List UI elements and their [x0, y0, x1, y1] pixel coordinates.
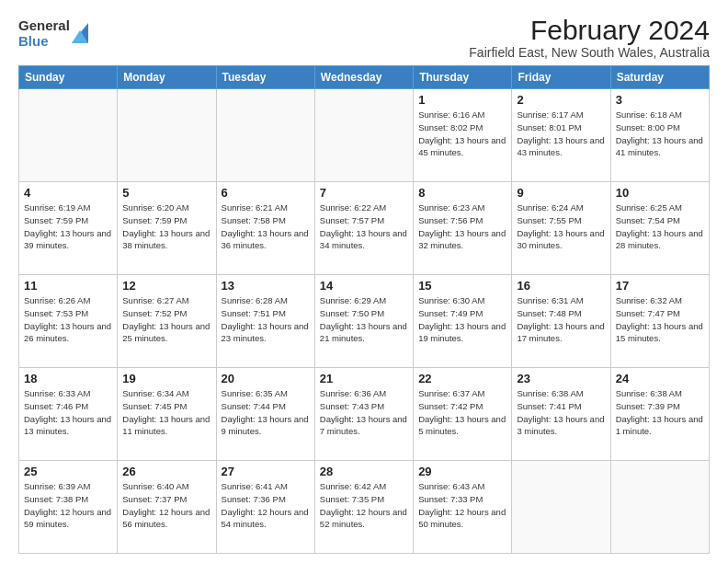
day-number: 26 — [122, 465, 210, 478]
table-row — [19, 89, 118, 182]
day-number: 13 — [222, 279, 310, 293]
calendar-week-row: 4Sunrise: 6:19 AM Sunset: 7:59 PM Daylig… — [19, 182, 710, 275]
table-row: 2Sunrise: 6:17 AM Sunset: 8:01 PM Daylig… — [512, 89, 610, 182]
table-row — [512, 461, 610, 554]
day-number: 2 — [517, 93, 605, 107]
day-info: Sunrise: 6:32 AM Sunset: 7:47 PM Dayligh… — [616, 294, 704, 345]
table-row — [610, 461, 709, 554]
table-row: 26Sunrise: 6:40 AM Sunset: 7:37 PM Dayli… — [118, 461, 216, 554]
day-number: 22 — [418, 372, 506, 385]
day-info: Sunrise: 6:21 AM Sunset: 7:58 PM Dayligh… — [222, 201, 310, 252]
header-saturday: Saturday — [610, 66, 709, 89]
day-number: 9 — [517, 186, 605, 200]
subtitle: Fairfield East, New South Wales, Austral… — [469, 45, 710, 60]
calendar-table: Sunday Monday Tuesday Wednesday Thursday… — [18, 65, 710, 554]
day-info: Sunrise: 6:33 AM Sunset: 7:46 PM Dayligh… — [24, 387, 112, 438]
day-info: Sunrise: 6:23 AM Sunset: 7:56 PM Dayligh… — [418, 201, 506, 252]
day-info: Sunrise: 6:27 AM Sunset: 7:52 PM Dayligh… — [122, 294, 210, 345]
day-number: 18 — [24, 372, 112, 385]
day-info: Sunrise: 6:43 AM Sunset: 7:33 PM Dayligh… — [418, 480, 506, 531]
day-info: Sunrise: 6:26 AM Sunset: 7:53 PM Dayligh… — [24, 294, 112, 345]
day-info: Sunrise: 6:31 AM Sunset: 7:48 PM Dayligh… — [517, 294, 605, 345]
day-info: Sunrise: 6:35 AM Sunset: 7:44 PM Dayligh… — [222, 387, 310, 438]
header-tuesday: Tuesday — [216, 66, 314, 89]
table-row — [314, 89, 413, 182]
day-info: Sunrise: 6:34 AM Sunset: 7:45 PM Dayligh… — [122, 387, 210, 438]
table-row: 5Sunrise: 6:20 AM Sunset: 7:59 PM Daylig… — [118, 182, 216, 275]
calendar-week-row: 11Sunrise: 6:26 AM Sunset: 7:53 PM Dayli… — [19, 275, 710, 368]
table-row: 17Sunrise: 6:32 AM Sunset: 7:47 PM Dayli… — [610, 275, 709, 368]
day-info: Sunrise: 6:30 AM Sunset: 7:49 PM Dayligh… — [418, 294, 506, 345]
table-row: 23Sunrise: 6:38 AM Sunset: 7:41 PM Dayli… — [512, 368, 610, 461]
day-number: 12 — [122, 279, 210, 293]
day-number: 1 — [418, 93, 506, 107]
day-number: 7 — [320, 186, 408, 200]
table-row: 7Sunrise: 6:22 AM Sunset: 7:57 PM Daylig… — [314, 182, 413, 275]
page: General Blue February 2024 Fairfield Eas… — [0, 0, 728, 563]
logo-general: General — [18, 18, 70, 34]
main-title: February 2024 — [469, 15, 710, 45]
day-number: 3 — [616, 93, 704, 107]
table-row: 12Sunrise: 6:27 AM Sunset: 7:52 PM Dayli… — [118, 275, 216, 368]
table-row: 25Sunrise: 6:39 AM Sunset: 7:38 PM Dayli… — [19, 461, 118, 554]
table-row — [216, 89, 314, 182]
table-row: 3Sunrise: 6:18 AM Sunset: 8:00 PM Daylig… — [610, 89, 709, 182]
header-monday: Monday — [118, 66, 216, 89]
table-row — [118, 89, 216, 182]
table-row: 19Sunrise: 6:34 AM Sunset: 7:45 PM Dayli… — [118, 368, 216, 461]
day-info: Sunrise: 6:41 AM Sunset: 7:36 PM Dayligh… — [222, 480, 310, 531]
day-number: 27 — [222, 465, 310, 478]
title-block: February 2024 Fairfield East, New South … — [469, 15, 710, 60]
table-row: 8Sunrise: 6:23 AM Sunset: 7:56 PM Daylig… — [414, 182, 512, 275]
table-row: 15Sunrise: 6:30 AM Sunset: 7:49 PM Dayli… — [414, 275, 512, 368]
day-number: 4 — [24, 186, 112, 200]
logo-text: General Blue — [18, 18, 70, 49]
table-row: 4Sunrise: 6:19 AM Sunset: 7:59 PM Daylig… — [19, 182, 118, 275]
table-row: 13Sunrise: 6:28 AM Sunset: 7:51 PM Dayli… — [216, 275, 314, 368]
table-row: 6Sunrise: 6:21 AM Sunset: 7:58 PM Daylig… — [216, 182, 314, 275]
day-number: 10 — [616, 186, 704, 200]
day-info: Sunrise: 6:42 AM Sunset: 7:35 PM Dayligh… — [320, 480, 408, 531]
day-number: 24 — [616, 372, 704, 385]
header-thursday: Thursday — [414, 66, 512, 89]
table-row: 28Sunrise: 6:42 AM Sunset: 7:35 PM Dayli… — [314, 461, 413, 554]
day-number: 17 — [616, 279, 704, 293]
table-row: 20Sunrise: 6:35 AM Sunset: 7:44 PM Dayli… — [216, 368, 314, 461]
day-number: 5 — [122, 186, 210, 200]
calendar-header-row: Sunday Monday Tuesday Wednesday Thursday… — [19, 66, 710, 89]
day-info: Sunrise: 6:37 AM Sunset: 7:42 PM Dayligh… — [418, 387, 506, 438]
table-row: 10Sunrise: 6:25 AM Sunset: 7:54 PM Dayli… — [610, 182, 709, 275]
day-number: 11 — [24, 279, 112, 293]
table-row: 27Sunrise: 6:41 AM Sunset: 7:36 PM Dayli… — [216, 461, 314, 554]
table-row: 1Sunrise: 6:16 AM Sunset: 8:02 PM Daylig… — [414, 89, 512, 182]
header: General Blue February 2024 Fairfield Eas… — [18, 15, 710, 60]
day-info: Sunrise: 6:39 AM Sunset: 7:38 PM Dayligh… — [24, 480, 112, 531]
day-info: Sunrise: 6:17 AM Sunset: 8:01 PM Dayligh… — [517, 109, 605, 159]
day-number: 19 — [122, 372, 210, 385]
day-number: 25 — [24, 465, 112, 478]
day-number: 6 — [222, 186, 310, 200]
day-info: Sunrise: 6:22 AM Sunset: 7:57 PM Dayligh… — [320, 201, 408, 252]
calendar-week-row: 18Sunrise: 6:33 AM Sunset: 7:46 PM Dayli… — [19, 368, 710, 461]
table-row: 14Sunrise: 6:29 AM Sunset: 7:50 PM Dayli… — [314, 275, 413, 368]
day-info: Sunrise: 6:25 AM Sunset: 7:54 PM Dayligh… — [616, 201, 704, 252]
day-number: 14 — [320, 279, 408, 293]
table-row: 16Sunrise: 6:31 AM Sunset: 7:48 PM Dayli… — [512, 275, 610, 368]
day-info: Sunrise: 6:20 AM Sunset: 7:59 PM Dayligh… — [122, 201, 210, 252]
day-info: Sunrise: 6:29 AM Sunset: 7:50 PM Dayligh… — [320, 294, 408, 345]
day-info: Sunrise: 6:24 AM Sunset: 7:55 PM Dayligh… — [517, 201, 605, 252]
table-row: 29Sunrise: 6:43 AM Sunset: 7:33 PM Dayli… — [414, 461, 512, 554]
day-number: 21 — [320, 372, 408, 385]
logo-icon — [72, 23, 88, 43]
day-info: Sunrise: 6:38 AM Sunset: 7:41 PM Dayligh… — [517, 387, 605, 438]
day-info: Sunrise: 6:19 AM Sunset: 7:59 PM Dayligh… — [24, 201, 112, 252]
day-info: Sunrise: 6:40 AM Sunset: 7:37 PM Dayligh… — [122, 480, 210, 531]
logo: General Blue — [18, 18, 88, 49]
calendar-week-row: 1Sunrise: 6:16 AM Sunset: 8:02 PM Daylig… — [19, 89, 710, 182]
day-number: 16 — [517, 279, 605, 293]
day-info: Sunrise: 6:28 AM Sunset: 7:51 PM Dayligh… — [222, 294, 310, 345]
day-number: 8 — [418, 186, 506, 200]
day-number: 20 — [222, 372, 310, 385]
calendar-week-row: 25Sunrise: 6:39 AM Sunset: 7:38 PM Dayli… — [19, 461, 710, 554]
table-row: 9Sunrise: 6:24 AM Sunset: 7:55 PM Daylig… — [512, 182, 610, 275]
